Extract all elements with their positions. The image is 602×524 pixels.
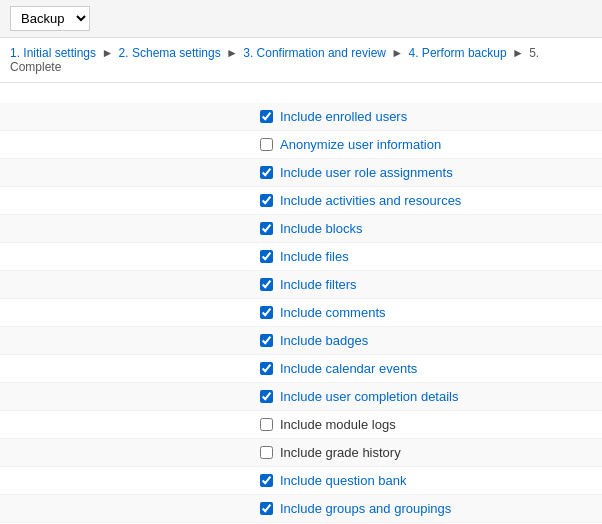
setting-row: Include comments (0, 299, 602, 327)
setting-checkbox-12[interactable] (260, 446, 273, 459)
breadcrumb: 1. Initial settings ► 2. Schema settings… (0, 38, 602, 83)
top-bar: Backup (0, 0, 602, 38)
setting-checkbox-6[interactable] (260, 278, 273, 291)
setting-label: Include user role assignments (280, 165, 453, 180)
setting-row: Include user role assignments (0, 159, 602, 187)
setting-checkbox-0[interactable] (260, 110, 273, 123)
setting-checkbox-3[interactable] (260, 194, 273, 207)
setting-row: Include filters (0, 271, 602, 299)
setting-label: Include module logs (280, 417, 396, 432)
setting-checkbox-10[interactable] (260, 390, 273, 403)
setting-label: Include comments (280, 305, 386, 320)
setting-checkbox-14[interactable] (260, 502, 273, 515)
setting-checkbox-4[interactable] (260, 222, 273, 235)
setting-row: Include calendar events (0, 355, 602, 383)
setting-label: Include groups and groupings (280, 501, 451, 516)
setting-label: Anonymize user information (280, 137, 441, 152)
setting-row: Include badges (0, 327, 602, 355)
setting-label: Include calendar events (280, 361, 417, 376)
setting-label: Include question bank (280, 473, 406, 488)
setting-label: Include activities and resources (280, 193, 461, 208)
setting-checkbox-11[interactable] (260, 418, 273, 431)
setting-label: Include filters (280, 277, 357, 292)
setting-label: Include grade history (280, 445, 401, 460)
setting-label: Include user completion details (280, 389, 459, 404)
setting-checkbox-8[interactable] (260, 334, 273, 347)
setting-label: Include files (280, 249, 349, 264)
setting-label: Include badges (280, 333, 368, 348)
setting-label: Include blocks (280, 221, 362, 236)
setting-checkbox-7[interactable] (260, 306, 273, 319)
setting-row: Include module logs (0, 411, 602, 439)
setting-row: Include question bank (0, 467, 602, 495)
breadcrumb-step-3[interactable]: 3. Confirmation and review (243, 46, 386, 60)
setting-row: Include activities and resources (0, 187, 602, 215)
setting-checkbox-5[interactable] (260, 250, 273, 263)
setting-row: Anonymize user information (0, 131, 602, 159)
breadcrumb-step-1[interactable]: 1. Initial settings (10, 46, 96, 60)
setting-row: Include groups and groupings (0, 495, 602, 523)
settings-list: Include enrolled usersAnonymize user inf… (0, 103, 602, 524)
setting-checkbox-13[interactable] (260, 474, 273, 487)
setting-row: Include blocks (0, 215, 602, 243)
setting-row: Include user completion details (0, 383, 602, 411)
setting-label: Include enrolled users (280, 109, 407, 124)
setting-row: Include grade history (0, 439, 602, 467)
setting-checkbox-2[interactable] (260, 166, 273, 179)
setting-checkbox-9[interactable] (260, 362, 273, 375)
page-title (0, 83, 602, 103)
setting-row: Include enrolled users (0, 103, 602, 131)
breadcrumb-step-4[interactable]: 4. Perform backup (409, 46, 507, 60)
setting-checkbox-1[interactable] (260, 138, 273, 151)
breadcrumb-step-2[interactable]: 2. Schema settings (119, 46, 221, 60)
setting-row: Include files (0, 243, 602, 271)
backup-dropdown[interactable]: Backup (10, 6, 90, 31)
